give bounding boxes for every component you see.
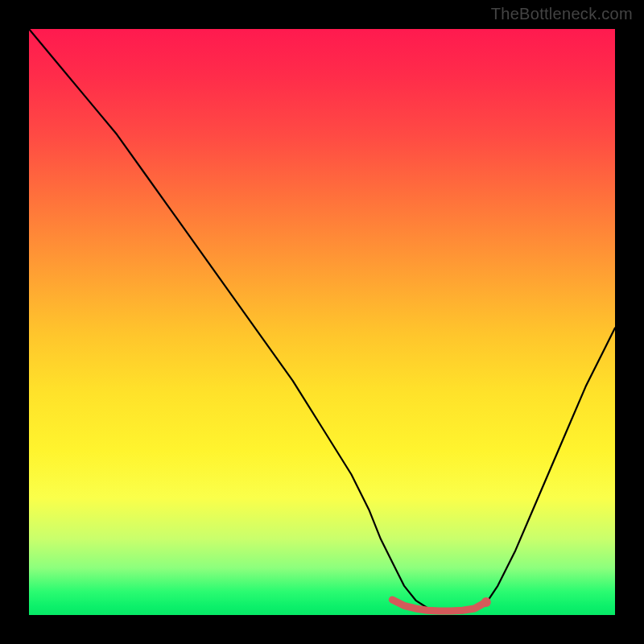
plot-area [29, 29, 615, 615]
chart-canvas: TheBottleneck.com [0, 0, 644, 644]
curve-layer [29, 29, 615, 615]
svg-point-0 [481, 597, 491, 607]
bottleneck-curve [29, 29, 615, 613]
optimal-range-marker [392, 597, 490, 611]
watermark-text: TheBottleneck.com [491, 5, 633, 23]
